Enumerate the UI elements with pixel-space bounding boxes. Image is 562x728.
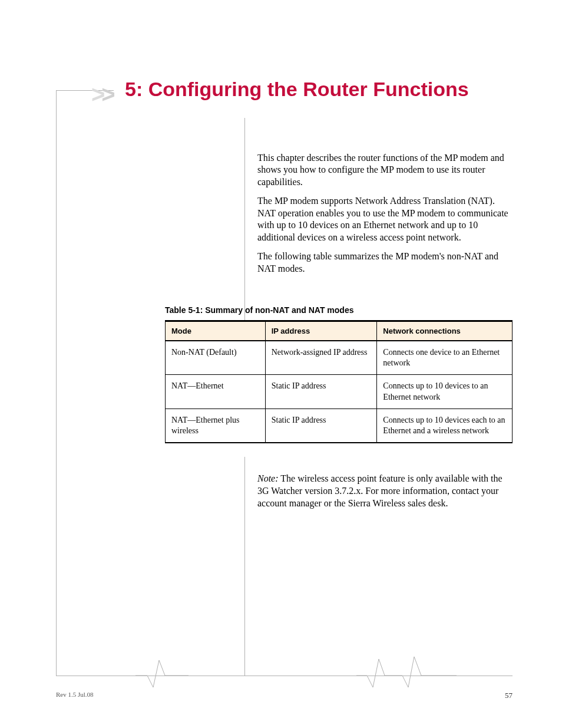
page-number: 57 [505,691,513,700]
table-header-ip: IP address [265,321,377,341]
cell: Connects up to 10 devices to an Ethernet… [377,375,513,409]
rule-left [56,90,57,676]
note-text: The wireless access point feature is onl… [257,473,503,508]
rule-center-lower [244,457,245,676]
cell: Static IP address [265,375,377,409]
table-row: NAT—Ethernet plus wireless Static IP add… [166,409,513,443]
note: Note: The wireless access point feature … [257,473,511,509]
footer-revision: Rev 1.5 Jul.08 [56,691,94,698]
modes-table: Mode IP address Network connections Non-… [165,320,513,443]
table-header-mode: Mode [166,321,266,341]
body-text: This chapter describes the router functi… [257,152,511,282]
cell: Connects up to 10 devices each to an Eth… [377,409,513,443]
table-caption: Table 5-1: Summary of non-NAT and NAT mo… [165,305,353,315]
cell: Static IP address [265,409,377,443]
chapter-title: 5: Configuring the Router Functions [125,78,502,101]
cell: Connects one device to an Ethernet netwo… [377,341,513,375]
table-header-net: Network connections [377,321,513,341]
cell: NAT—Ethernet plus wireless [166,409,266,443]
table-row: NAT—Ethernet Static IP address Connects … [166,375,513,409]
note-label: Note: [257,473,279,483]
paragraph-2: The MP modem supports Network Address Tr… [257,195,511,243]
chevron-icon: >> [91,81,112,108]
rule-center-upper [244,133,245,320]
cell: NAT—Ethernet [166,375,266,409]
paragraph-1: This chapter describes the router functi… [257,152,511,188]
rule-vertical-short [244,118,245,133]
heartbeat-icon [356,653,457,689]
heartbeat-icon [135,653,189,689]
cell: Network-assigned IP address [265,341,377,375]
page: >> 5: Configuring the Router Functions T… [0,0,562,728]
table-row: Non-NAT (Default) Network-assigned IP ad… [166,341,513,375]
cell: Non-NAT (Default) [166,341,266,375]
paragraph-3: The following table summarizes the MP mo… [257,251,511,275]
